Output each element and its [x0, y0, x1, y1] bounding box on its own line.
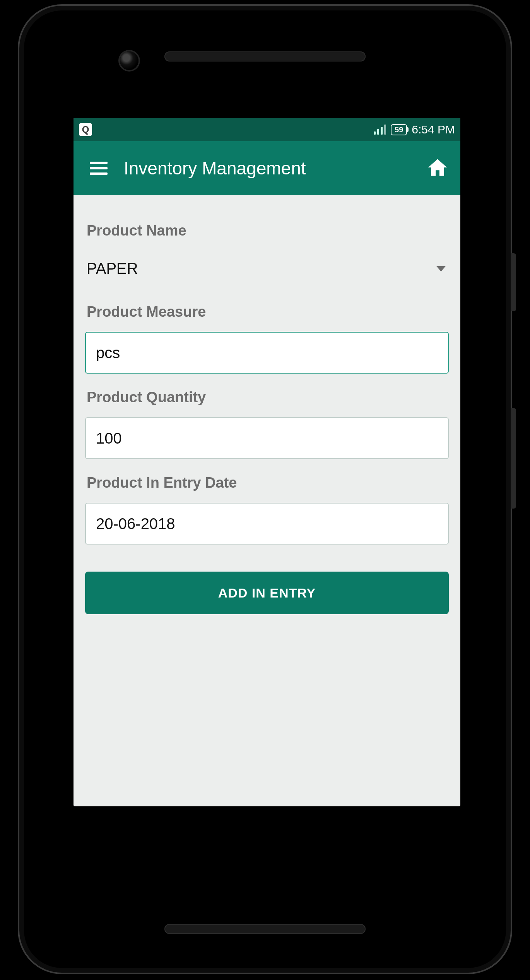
- phone-side-button: [511, 408, 516, 509]
- screen: Q 59 6:54 PM Inventory Management: [74, 118, 460, 806]
- bottom-speaker: [164, 924, 366, 934]
- signal-icon: [374, 125, 386, 135]
- front-camera: [120, 51, 138, 70]
- page-title: Inventory Management: [112, 158, 426, 179]
- app-bar: Inventory Management: [74, 141, 460, 195]
- product-measure-input[interactable]: [85, 332, 449, 374]
- notification-app-icon: Q: [79, 123, 92, 136]
- product-quantity-label: Product Quantity: [87, 389, 449, 406]
- entry-date-input[interactable]: [85, 503, 449, 545]
- home-icon[interactable]: [426, 156, 449, 180]
- product-measure-label: Product Measure: [87, 304, 449, 320]
- product-name-label: Product Name: [87, 222, 449, 239]
- add-in-entry-button[interactable]: ADD IN ENTRY: [85, 572, 449, 614]
- status-bar: Q 59 6:54 PM: [74, 118, 460, 141]
- status-clock: 6:54 PM: [412, 123, 455, 136]
- menu-icon[interactable]: [85, 157, 112, 179]
- phone-frame: Q 59 6:54 PM Inventory Management: [19, 6, 511, 973]
- product-name-value: PAPER: [87, 260, 138, 277]
- chevron-down-icon: [436, 266, 446, 271]
- product-quantity-input[interactable]: [85, 417, 449, 459]
- phone-side-button: [511, 253, 516, 311]
- battery-percent: 59: [395, 125, 403, 134]
- product-name-dropdown[interactable]: PAPER: [85, 251, 449, 288]
- battery-indicator: 59: [391, 124, 407, 135]
- entry-date-label: Product In Entry Date: [87, 475, 449, 491]
- form: Product Name PAPER Product Measure Produ…: [74, 195, 460, 614]
- earpiece: [164, 51, 366, 61]
